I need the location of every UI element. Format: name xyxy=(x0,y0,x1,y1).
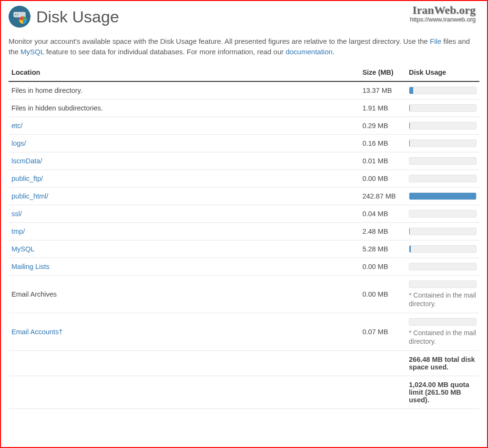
usage-cell xyxy=(406,81,479,100)
page-title: Disk Usage xyxy=(9,6,479,28)
documentation-link[interactable]: documentation xyxy=(285,48,332,56)
file-link[interactable]: File xyxy=(430,37,441,45)
usage-cell xyxy=(406,152,479,169)
location-link[interactable]: public_html/ xyxy=(11,192,48,200)
usage-cell xyxy=(406,205,479,222)
usage-note: * Contained in the mail directory. xyxy=(409,329,477,346)
usage-bar xyxy=(409,263,477,270)
usage-bar xyxy=(409,139,477,147)
svg-point-2 xyxy=(17,14,18,15)
location-text: Email Archives xyxy=(11,290,57,298)
table-row: ssl/0.04 MB xyxy=(9,205,479,222)
location-cell: public_ftp/ xyxy=(9,169,359,187)
usage-cell xyxy=(406,134,479,152)
usage-bar xyxy=(409,175,477,182)
usage-cell xyxy=(406,117,479,134)
size-cell: 0.16 MB xyxy=(359,134,406,152)
usage-bar xyxy=(409,280,477,288)
usage-cell xyxy=(406,240,479,258)
size-cell: 0.00 MB xyxy=(359,258,406,275)
usage-cell xyxy=(406,99,479,117)
size-cell: 0.00 MB xyxy=(359,169,406,187)
size-cell: 5.28 MB xyxy=(359,240,406,258)
page-frame: IranWeb.org https://www.iranweb.org Disk… xyxy=(0,0,488,448)
size-cell: 2.48 MB xyxy=(359,222,406,240)
location-cell: MySQL xyxy=(9,240,359,258)
usage-bar xyxy=(409,245,477,253)
location-link[interactable]: ssl/ xyxy=(11,210,22,218)
svg-point-1 xyxy=(15,14,16,15)
usage-cell xyxy=(406,222,479,240)
watermark-url: https://www.iranweb.org xyxy=(410,16,476,23)
location-link[interactable]: logs/ xyxy=(11,139,26,147)
table-row: etc/0.29 MB xyxy=(9,117,479,134)
location-cell: Files in home directory. xyxy=(9,81,359,100)
size-cell: 0.04 MB xyxy=(359,205,406,222)
disk-usage-icon xyxy=(9,6,30,28)
table-row: Email Archives0.00 MB* Contained in the … xyxy=(9,275,479,313)
usage-cell xyxy=(406,258,479,275)
watermark-title: IranWeb.org xyxy=(410,4,476,16)
table-row: tmp/2.48 MB xyxy=(9,222,479,240)
table-row: Files in home directory.13.37 MB xyxy=(9,81,479,100)
table-row: Files in hidden subdirectories.1.91 MB xyxy=(9,99,479,117)
page-title-text: Disk Usage xyxy=(36,8,119,26)
table-row: public_ftp/0.00 MB xyxy=(9,169,479,187)
usage-cell xyxy=(406,169,479,187)
location-link[interactable]: lscmData/ xyxy=(11,157,42,165)
location-text: Files in home directory. xyxy=(11,87,82,94)
size-cell: 0.00 MB xyxy=(359,275,406,313)
location-link[interactable]: Email Accounts† xyxy=(11,328,62,336)
usage-bar-fill xyxy=(409,246,411,252)
table-row: Mailing Lists0.00 MB xyxy=(9,258,479,275)
location-cell: tmp/ xyxy=(9,222,359,240)
location-link[interactable]: public_ftp/ xyxy=(11,175,43,182)
usage-bar-fill xyxy=(409,228,410,235)
intro-text: Monitor your account's available space w… xyxy=(9,36,479,57)
quota-text: 1,024.00 MB quota limit (261.50 MB used)… xyxy=(406,376,479,409)
table-row: Email Accounts†0.07 MB* Contained in the… xyxy=(9,313,479,350)
location-cell: Files in hidden subdirectories. xyxy=(9,99,359,117)
location-link[interactable]: tmp/ xyxy=(11,228,25,235)
location-cell: lscmData/ xyxy=(9,152,359,169)
table-row: lscmData/0.01 MB xyxy=(9,152,479,169)
location-cell: Email Archives xyxy=(9,275,359,313)
usage-cell: * Contained in the mail directory. xyxy=(406,275,479,313)
usage-bar xyxy=(409,87,477,94)
table-row: public_html/242.87 MB xyxy=(9,187,479,205)
usage-bar xyxy=(409,104,477,112)
location-cell: etc/ xyxy=(9,117,359,134)
mysql-link[interactable]: MySQL xyxy=(20,48,44,56)
usage-bar xyxy=(409,157,477,165)
usage-bar-fill xyxy=(409,193,476,199)
usage-note: * Contained in the mail directory. xyxy=(409,291,477,308)
table-row: MySQL5.28 MB xyxy=(9,240,479,258)
location-cell: public_html/ xyxy=(9,187,359,205)
location-cell: ssl/ xyxy=(9,205,359,222)
location-cell: Mailing Lists xyxy=(9,258,359,275)
watermark: IranWeb.org https://www.iranweb.org xyxy=(410,4,476,23)
size-cell: 0.01 MB xyxy=(359,152,406,169)
table-row: logs/0.16 MB xyxy=(9,134,479,152)
size-cell: 0.07 MB xyxy=(359,313,406,350)
col-size: Size (MB) xyxy=(359,64,406,81)
location-link[interactable]: MySQL xyxy=(11,245,34,253)
size-cell: 13.37 MB xyxy=(359,81,406,100)
location-text: Files in hidden subdirectories. xyxy=(11,104,103,112)
usage-bar xyxy=(409,122,477,129)
location-link[interactable]: Mailing Lists xyxy=(11,263,50,270)
usage-bar xyxy=(409,318,477,326)
quota-row: 1,024.00 MB quota limit (261.50 MB used)… xyxy=(9,376,479,409)
size-cell: 0.29 MB xyxy=(359,117,406,134)
usage-bar-fill xyxy=(409,87,413,94)
total-text: 266.48 MB total disk space used. xyxy=(406,351,479,376)
total-row: 266.48 MB total disk space used. xyxy=(9,351,479,376)
usage-bar xyxy=(409,228,477,235)
usage-bar xyxy=(409,192,477,200)
usage-cell: * Contained in the mail directory. xyxy=(406,313,479,350)
size-cell: 242.87 MB xyxy=(359,187,406,205)
usage-bar-fill xyxy=(409,105,410,111)
size-cell: 1.91 MB xyxy=(359,99,406,117)
location-link[interactable]: etc/ xyxy=(11,122,22,129)
col-location: Location xyxy=(9,64,359,81)
